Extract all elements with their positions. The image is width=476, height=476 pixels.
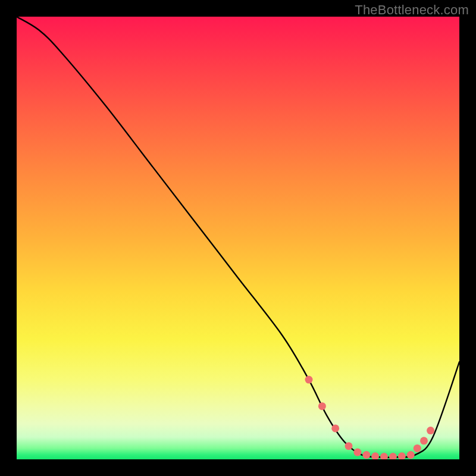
highlight-dot bbox=[371, 452, 379, 459]
highlight-dot bbox=[414, 444, 421, 452]
highlight-dot bbox=[318, 402, 326, 410]
highlight-dot bbox=[353, 449, 361, 456]
highlight-dot bbox=[380, 453, 388, 459]
highlight-markers bbox=[305, 376, 435, 459]
highlight-dot bbox=[362, 451, 370, 459]
curve-layer bbox=[17, 17, 459, 459]
highlight-dot bbox=[398, 452, 406, 459]
highlight-dot bbox=[407, 451, 415, 459]
highlight-dot bbox=[305, 376, 313, 384]
watermark-label: TheBottleneck.com bbox=[355, 2, 469, 18]
chart-frame: TheBottleneck.com bbox=[0, 0, 476, 476]
highlight-dot bbox=[420, 437, 428, 444]
plot-area bbox=[17, 17, 459, 459]
bottleneck-curve bbox=[17, 17, 459, 458]
highlight-dot bbox=[345, 442, 353, 450]
highlight-dot bbox=[331, 424, 339, 432]
highlight-dot bbox=[427, 427, 434, 434]
highlight-dot bbox=[389, 453, 397, 459]
